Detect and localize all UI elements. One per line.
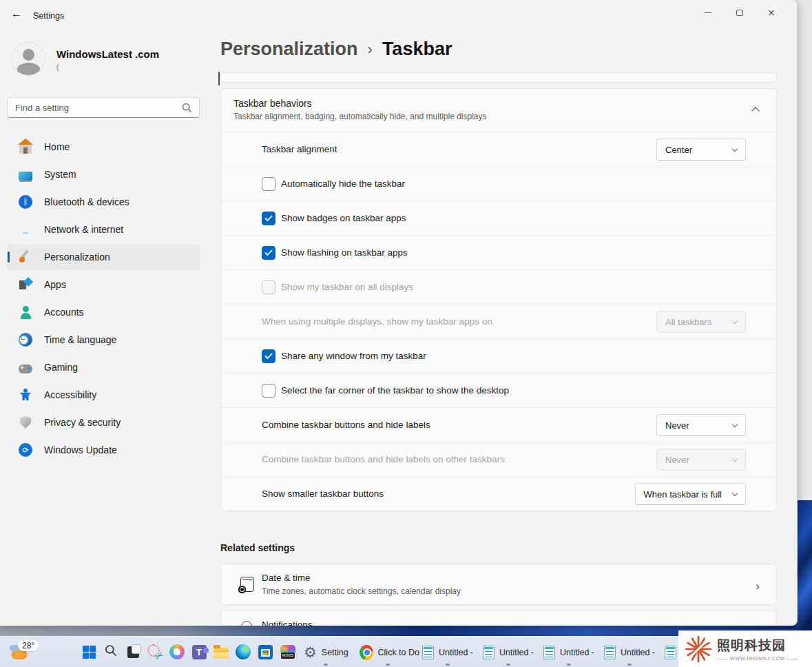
combine-other-dropdown: Never — [656, 449, 746, 471]
breadcrumb-parent[interactable]: Personalization — [220, 39, 358, 60]
sidebar-item-privacy[interactable]: Privacy & security — [7, 409, 200, 435]
chevron-down-icon — [732, 490, 738, 495]
auto-hide-checkbox[interactable] — [262, 177, 275, 191]
copilot-button[interactable] — [167, 642, 187, 661]
caption-buttons: × — [692, 0, 787, 25]
show-flashing-checkbox[interactable] — [262, 246, 275, 260]
minimize-icon — [705, 12, 711, 13]
close-icon: × — [768, 7, 775, 19]
privacy-icon — [18, 415, 33, 430]
home-icon — [18, 139, 33, 154]
row-label: Select the far corner of the taskbar to … — [281, 385, 509, 396]
breadcrumb-separator-icon: › — [368, 41, 373, 59]
untitled-window-button-partial[interactable] — [663, 641, 678, 664]
chrome-taskbar-button[interactable]: Click to Do — [357, 641, 419, 664]
windows-update-icon: ⟳ — [18, 442, 33, 458]
gaming-icon — [18, 360, 33, 375]
row-show-badges: Show badges on taskbar apps — [221, 201, 776, 235]
desktop-wallpaper-right — [795, 500, 812, 636]
running-indicator — [627, 664, 632, 666]
sidebar-item-accounts[interactable]: Accounts — [7, 299, 200, 325]
sidebar-item-apps[interactable]: Apps — [7, 271, 200, 298]
row-auto-hide: Automatically hide the taskbar — [221, 166, 776, 201]
row-multiple-displays: When using multiple displays, show my ta… — [221, 304, 776, 338]
search-input[interactable]: Find a setting — [7, 97, 200, 118]
personalization-icon — [18, 249, 33, 265]
smaller-buttons-dropdown[interactable]: When taskbar is full — [635, 483, 746, 505]
maximize-icon — [736, 10, 743, 16]
sidebar-item-personalization[interactable]: Personalization — [7, 244, 200, 270]
sidebar-item-network[interactable]: Network & internet — [7, 216, 200, 243]
sidebar-item-system[interactable]: System — [7, 161, 200, 187]
sidebar-item-time-language[interactable]: Time & language — [7, 327, 200, 353]
sidebar-nav: Home System ᛒ Bluetooth & devices Networ… — [7, 134, 200, 464]
sidebar-item-home[interactable]: Home — [7, 134, 200, 160]
chevron-up-icon[interactable] — [751, 107, 759, 114]
date-time-card[interactable]: Date & time Time zones, automatic clock … — [220, 564, 777, 605]
back-button[interactable]: ← — [6, 4, 28, 23]
watermark: 照明科技园 —— WWW.HHZMKJ.COM —— — [678, 630, 812, 667]
far-corner-checkbox[interactable] — [262, 384, 275, 398]
sidebar-item-gaming[interactable]: Gaming — [7, 354, 200, 380]
running-indicator — [567, 664, 571, 666]
profile-subtitle: ( — [56, 63, 59, 71]
snipping-tool-button[interactable] — [145, 642, 165, 661]
document-icon — [483, 646, 495, 659]
task-view-button[interactable] — [123, 642, 143, 661]
taskbar-search-button[interactable] — [101, 642, 121, 661]
minimize-button[interactable] — [692, 0, 724, 25]
taskbar-behaviors-card: Taskbar behaviors Taskbar alignment, bad… — [220, 88, 777, 511]
sidebar-item-accessibility[interactable]: Accessibility — [7, 382, 200, 408]
weather-widget[interactable]: 28° — [4, 639, 45, 666]
document-icon — [604, 646, 616, 659]
time-language-icon — [18, 332, 33, 347]
untitled-window-button[interactable]: Untitled - — [420, 641, 475, 664]
multiple-displays-dropdown: All taskbars — [656, 311, 746, 333]
show-badges-checkbox[interactable] — [262, 212, 275, 225]
close-button[interactable]: × — [756, 0, 787, 25]
card-title: Notifications — [262, 619, 313, 626]
scrollbar[interactable] — [218, 72, 220, 85]
edge-button[interactable] — [233, 642, 253, 661]
microsoft-store-icon — [258, 645, 273, 659]
row-label: Show smaller taskbar buttons — [262, 489, 384, 499]
taskbar-behaviors-header[interactable]: Taskbar behaviors Taskbar alignment, bad… — [221, 89, 776, 132]
previous-card-sliver — [220, 72, 777, 83]
search-icon — [182, 103, 192, 116]
combine-buttons-dropdown[interactable]: Never — [656, 414, 746, 436]
sidebar-item-windows-update[interactable]: ⟳ Windows Update — [7, 437, 200, 463]
untitled-window-button[interactable]: Untitled - — [602, 641, 657, 664]
avatar[interactable] — [11, 41, 45, 76]
untitled-window-button[interactable]: Untitled - — [481, 641, 536, 664]
back-arrow-icon: ← — [11, 8, 22, 20]
row-label: Taskbar alignment — [262, 144, 337, 154]
sidebar-item-bluetooth[interactable]: ᛒ Bluetooth & devices — [7, 189, 200, 215]
window-title: Settings — [33, 11, 64, 21]
file-explorer-button[interactable] — [211, 642, 231, 661]
chevron-down-icon — [732, 145, 738, 151]
bluetooth-icon: ᛒ — [18, 194, 33, 209]
page-title: Taskbar — [382, 39, 452, 60]
microsoft-store-button[interactable] — [256, 642, 275, 661]
file-explorer-icon — [214, 648, 229, 659]
share-window-checkbox[interactable] — [262, 349, 275, 363]
snipping-tool-icon — [147, 644, 163, 659]
chevron-down-icon — [732, 455, 738, 461]
start-button[interactable] — [79, 642, 98, 661]
watermark-title: 照明科技园 — [717, 637, 798, 655]
row-show-flashing: Show flashing on taskbar apps — [221, 235, 776, 269]
chrome-icon — [360, 645, 373, 660]
watermark-text: 照明科技园 —— WWW.HHZMKJ.COM —— — [717, 637, 798, 661]
row-far-corner-desktop: Select the far corner of the taskbar to … — [221, 373, 776, 407]
notifications-card[interactable]: Notifications — [220, 610, 777, 626]
taskbar-alignment-dropdown[interactable]: Center — [656, 138, 746, 161]
avatar-body — [17, 63, 40, 75]
row-label: Automatically hide the taskbar — [281, 178, 405, 189]
all-displays-checkbox — [262, 280, 275, 294]
settings-taskbar-button[interactable]: ⚙ Setting — [302, 641, 354, 664]
untitled-window-button[interactable]: Untitled - — [541, 641, 596, 664]
maximize-button[interactable] — [724, 0, 756, 25]
microsoft-365-button[interactable]: M365 — [278, 642, 298, 661]
chevron-right-icon: › — [756, 579, 760, 593]
teams-button[interactable]: T — [189, 642, 209, 661]
